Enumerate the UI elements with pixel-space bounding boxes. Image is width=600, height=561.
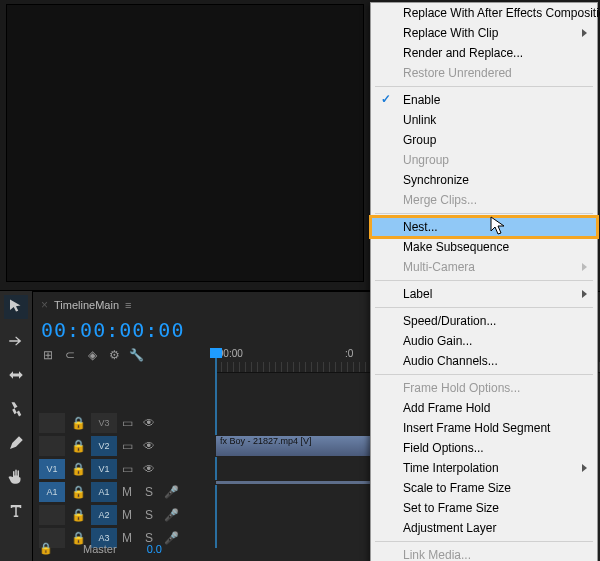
eye-icon[interactable]: 👁 bbox=[140, 460, 158, 478]
solo-icon[interactable]: S bbox=[140, 506, 158, 524]
menu-separator bbox=[375, 280, 593, 281]
eye-icon[interactable]: 👁 bbox=[140, 437, 158, 455]
track-header-v3[interactable]: 🔒 V3 ▭ 👁 bbox=[39, 412, 215, 434]
tool-palette bbox=[0, 291, 33, 561]
menu-item: Restore Unrendered bbox=[371, 63, 597, 83]
wrench-icon[interactable]: 🔧 bbox=[129, 348, 143, 362]
source-patch[interactable]: A1 bbox=[39, 482, 65, 502]
menu-item[interactable]: Replace With Clip bbox=[371, 23, 597, 43]
ruler-tick: :0 bbox=[345, 348, 353, 359]
menu-item-nest[interactable]: Nest... bbox=[371, 217, 597, 237]
menu-separator bbox=[375, 213, 593, 214]
menu-item-enable[interactable]: ✓Enable bbox=[371, 90, 597, 110]
clip-context-menu: Replace With After Effects Composition R… bbox=[370, 2, 598, 561]
eye-icon[interactable]: 👁 bbox=[140, 414, 158, 432]
menu-item[interactable]: Insert Frame Hold Segment bbox=[371, 418, 597, 438]
voice-icon[interactable]: 🎤 bbox=[162, 529, 180, 547]
menu-item[interactable]: Set to Frame Size bbox=[371, 498, 597, 518]
menu-item: Multi-Camera bbox=[371, 257, 597, 277]
menu-item[interactable]: Replace With After Effects Composition bbox=[371, 3, 597, 23]
menu-item[interactable]: Scale to Frame Size bbox=[371, 478, 597, 498]
track-headers: 🔒 V3 ▭ 👁 🔒 V2 ▭ 👁 V1 🔒 V1 ▭ 👁 bbox=[39, 412, 215, 550]
hand-tool[interactable] bbox=[4, 465, 28, 489]
type-tool[interactable] bbox=[4, 499, 28, 523]
master-label: Master bbox=[83, 543, 117, 555]
master-track-header[interactable]: 🔒 Master 0.0 bbox=[39, 542, 162, 555]
marker-icon[interactable]: ◈ bbox=[85, 348, 99, 362]
lock-icon[interactable]: 🔒 bbox=[69, 437, 87, 455]
menu-item[interactable]: Audio Channels... bbox=[371, 351, 597, 371]
toggle-output-icon[interactable]: ▭ bbox=[118, 460, 136, 478]
track-header-a2[interactable]: 🔒 A2 M S 🎤 bbox=[39, 504, 215, 526]
menu-item[interactable]: Synchronize bbox=[371, 170, 597, 190]
menu-item[interactable]: Add Frame Hold bbox=[371, 398, 597, 418]
menu-item[interactable]: Speed/Duration... bbox=[371, 311, 597, 331]
lock-icon[interactable]: 🔒 bbox=[69, 460, 87, 478]
lock-icon[interactable]: 🔒 bbox=[69, 414, 87, 432]
selection-tool[interactable] bbox=[4, 295, 28, 319]
menu-item[interactable]: Label bbox=[371, 284, 597, 304]
track-header-v2[interactable]: 🔒 V2 ▭ 👁 bbox=[39, 435, 215, 457]
solo-icon[interactable]: S bbox=[140, 483, 158, 501]
menu-separator bbox=[375, 374, 593, 375]
menu-item[interactable]: Make Subsequence bbox=[371, 237, 597, 257]
check-icon: ✓ bbox=[381, 92, 391, 106]
program-monitor-panel bbox=[0, 0, 370, 291]
menu-item: Ungroup bbox=[371, 150, 597, 170]
menu-item[interactable]: Group bbox=[371, 130, 597, 150]
panel-menu-icon[interactable]: ≡ bbox=[125, 299, 131, 311]
ripple-edit-tool[interactable] bbox=[4, 363, 28, 387]
track-label[interactable]: V3 bbox=[91, 413, 117, 433]
menu-item[interactable]: Field Options... bbox=[371, 438, 597, 458]
voice-icon[interactable]: 🎤 bbox=[162, 483, 180, 501]
track-label[interactable]: A2 bbox=[91, 505, 117, 525]
track-header-a1[interactable]: A1 🔒 A1 M S 🎤 bbox=[39, 481, 215, 503]
mute-icon[interactable]: M bbox=[118, 506, 136, 524]
menu-separator bbox=[375, 86, 593, 87]
track-label[interactable]: A1 bbox=[91, 482, 117, 502]
menu-item[interactable]: Audio Gain... bbox=[371, 331, 597, 351]
clip-fx-icon: fx bbox=[220, 436, 227, 446]
lock-icon[interactable]: 🔒 bbox=[69, 483, 87, 501]
razor-tool[interactable] bbox=[4, 397, 28, 421]
track-label[interactable]: V1 bbox=[91, 459, 117, 479]
menu-separator bbox=[375, 541, 593, 542]
premiere-window: × TimelineMain ≡ 00:00:00:00 ⊞ ⊂ ◈ ⚙ 🔧 :… bbox=[0, 0, 600, 561]
menu-item: Merge Clips... bbox=[371, 190, 597, 210]
sequence-tab[interactable]: TimelineMain bbox=[54, 299, 119, 311]
pen-tool[interactable] bbox=[4, 431, 28, 455]
menu-item[interactable]: Render and Replace... bbox=[371, 43, 597, 63]
track-select-tool[interactable] bbox=[4, 329, 28, 353]
lock-icon[interactable]: 🔒 bbox=[69, 506, 87, 524]
menu-item: Frame Hold Options... bbox=[371, 378, 597, 398]
master-level[interactable]: 0.0 bbox=[147, 543, 162, 555]
mute-icon[interactable]: M bbox=[118, 483, 136, 501]
source-patch[interactable]: V1 bbox=[39, 459, 65, 479]
clip-label: Boy - 21827.mp4 [V] bbox=[230, 436, 312, 446]
program-monitor-viewport bbox=[6, 4, 364, 282]
menu-item: Link Media... bbox=[371, 545, 597, 561]
voice-icon[interactable]: 🎤 bbox=[162, 506, 180, 524]
menu-item[interactable]: Time Interpolation bbox=[371, 458, 597, 478]
settings-icon[interactable]: ⚙ bbox=[107, 348, 121, 362]
linked-selection-icon[interactable]: ⊂ bbox=[63, 348, 77, 362]
track-label[interactable]: V2 bbox=[91, 436, 117, 456]
toggle-output-icon[interactable]: ▭ bbox=[118, 437, 136, 455]
track-header-v1[interactable]: V1 🔒 V1 ▭ 👁 bbox=[39, 458, 215, 480]
menu-separator bbox=[375, 307, 593, 308]
snap-icon[interactable]: ⊞ bbox=[41, 348, 55, 362]
toggle-output-icon[interactable]: ▭ bbox=[118, 414, 136, 432]
menu-item[interactable]: Unlink bbox=[371, 110, 597, 130]
menu-item[interactable]: Adjustment Layer bbox=[371, 518, 597, 538]
